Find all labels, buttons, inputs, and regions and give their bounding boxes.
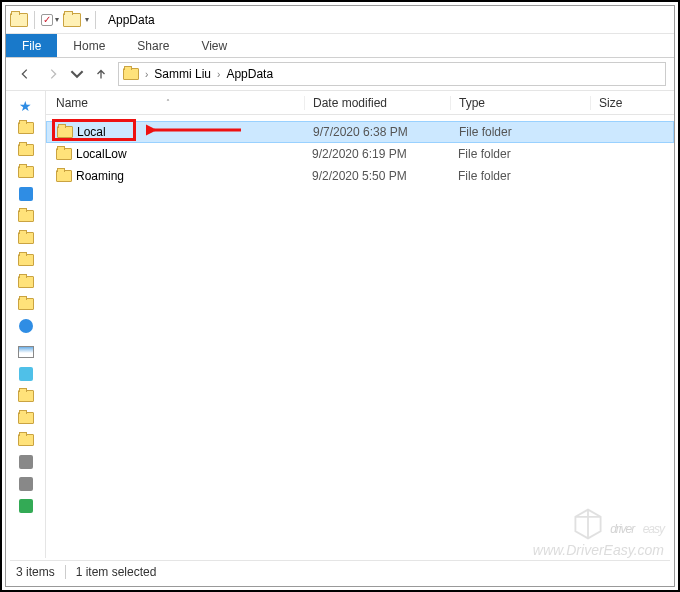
generic-icon[interactable] [19, 477, 33, 491]
quick-access-icon[interactable]: ★ [19, 98, 32, 114]
file-row[interactable]: Roaming9/2/2020 5:50 PMFile folder [46, 165, 674, 187]
file-date: 9/2/2020 5:50 PM [304, 169, 450, 183]
column-header-size[interactable]: Size [590, 96, 674, 110]
folder-icon [57, 126, 73, 138]
folder-icon[interactable] [18, 210, 34, 222]
content-area: ★ Name ˄ D [6, 90, 674, 558]
folder-icon[interactable] [18, 390, 34, 402]
chevron-down-icon[interactable]: ▾ [85, 15, 89, 24]
folder-icon[interactable] [18, 434, 34, 446]
navigation-row: › Sammi Liu › AppData [6, 58, 674, 90]
folder-icon[interactable] [18, 276, 34, 288]
folder-icon[interactable] [18, 412, 34, 424]
generic-icon[interactable] [19, 499, 33, 513]
column-label: Name [56, 96, 88, 110]
file-type: File folder [450, 147, 590, 161]
separator [65, 565, 66, 579]
up-button[interactable] [90, 63, 112, 85]
generic-icon[interactable] [19, 367, 33, 381]
tab-share[interactable]: Share [121, 34, 185, 57]
status-selected-count: 1 item selected [76, 565, 157, 579]
separator [95, 11, 96, 29]
chevron-right-icon: › [143, 69, 150, 80]
file-name: LocalLow [76, 147, 127, 161]
file-type: File folder [450, 169, 590, 183]
separator [34, 11, 35, 29]
tab-view[interactable]: View [185, 34, 243, 57]
folder-icon[interactable] [18, 254, 34, 266]
chevron-down-icon: ▾ [55, 15, 59, 24]
forward-button [42, 63, 64, 85]
folder-icon[interactable] [18, 144, 34, 156]
chevron-right-icon: › [215, 69, 222, 80]
quick-access-toolbar: ✓ ▾ ▾ [10, 11, 98, 29]
file-tab[interactable]: File [6, 34, 57, 57]
column-header-type[interactable]: Type [450, 96, 590, 110]
file-rows: Local9/7/2020 6:38 PMFile folderLocalLow… [46, 115, 674, 187]
file-list-area: Name ˄ Date modified Type Size Local9/7/… [46, 91, 674, 558]
breadcrumb-segment[interactable]: Sammi Liu [154, 67, 211, 81]
column-headers: Name ˄ Date modified Type Size [46, 91, 674, 115]
onedrive-icon[interactable] [19, 319, 33, 333]
file-type: File folder [451, 125, 591, 139]
status-bar: 3 items 1 item selected [10, 560, 670, 582]
sort-indicator-icon: ˄ [166, 98, 170, 107]
window-title: AppData [108, 13, 155, 27]
generic-icon[interactable] [19, 455, 33, 469]
folder-icon [10, 13, 28, 27]
tab-home[interactable]: Home [57, 34, 121, 57]
ribbon: File Home Share View [6, 34, 674, 58]
file-name: Roaming [76, 169, 124, 183]
checkmark-icon: ✓ [41, 14, 53, 26]
address-bar[interactable]: › Sammi Liu › AppData [118, 62, 666, 86]
file-date: 9/2/2020 6:19 PM [304, 147, 450, 161]
folder-icon[interactable] [18, 166, 34, 178]
this-pc-icon[interactable] [18, 346, 34, 358]
qat-properties[interactable]: ✓ ▾ [41, 14, 59, 26]
back-button[interactable] [14, 63, 36, 85]
file-name: Local [77, 125, 106, 139]
folder-icon [56, 170, 72, 182]
status-item-count: 3 items [16, 565, 55, 579]
file-row[interactable]: Local9/7/2020 6:38 PMFile folder [46, 121, 674, 143]
recent-locations-button[interactable] [70, 63, 84, 85]
file-row[interactable]: LocalLow9/2/2020 6:19 PMFile folder [46, 143, 674, 165]
titlebar: ✓ ▾ ▾ AppData [6, 6, 674, 34]
folder-icon [123, 68, 139, 80]
column-header-name[interactable]: Name ˄ [46, 96, 304, 110]
folder-icon[interactable] [18, 232, 34, 244]
file-date: 9/7/2020 6:38 PM [305, 125, 451, 139]
folder-icon[interactable] [63, 13, 81, 27]
generic-icon[interactable] [19, 187, 33, 201]
column-header-date[interactable]: Date modified [304, 96, 450, 110]
breadcrumb-segment[interactable]: AppData [226, 67, 273, 81]
folder-icon [56, 148, 72, 160]
navigation-pane[interactable]: ★ [6, 91, 46, 558]
folder-icon[interactable] [18, 122, 34, 134]
folder-icon[interactable] [18, 298, 34, 310]
